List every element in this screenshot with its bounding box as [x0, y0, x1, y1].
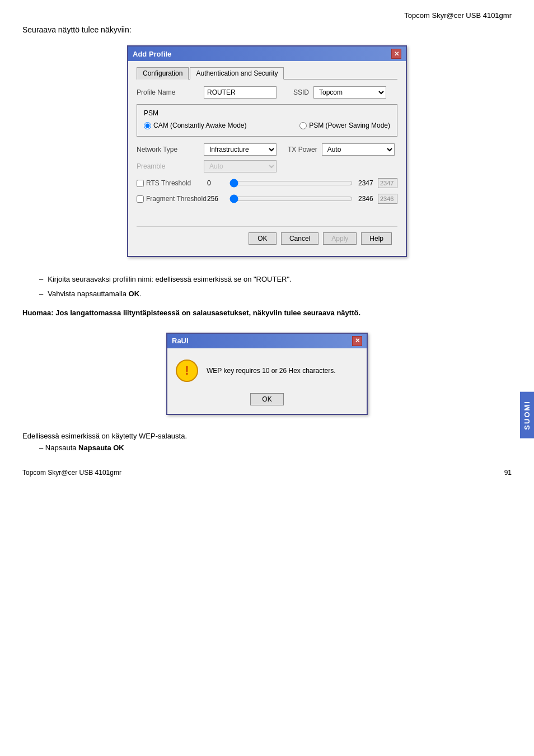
raui-title: RaUI — [172, 337, 189, 345]
ok-button[interactable]: OK — [249, 232, 277, 245]
footer-left: Topcom Skyr@cer USB 4101gmr — [22, 469, 121, 477]
rts-checkbox[interactable] — [137, 180, 144, 187]
raui-body: ! WEP key requires 10 or 26 Hex characte… — [167, 348, 367, 390]
bullet-list: – Kirjoita seuraavaksi profiilin nimi: e… — [39, 274, 512, 299]
bottom-ok-bold: Napsauta OK — [78, 444, 124, 452]
dialog-title: Add Profile — [133, 50, 171, 58]
footer-right: 91 — [504, 469, 512, 477]
dialog-body: Configuration Authentication and Securit… — [128, 61, 406, 256]
add-profile-dialog: Add Profile ✕ Configuration Authenticati… — [127, 45, 407, 257]
rts-slider[interactable] — [229, 179, 353, 188]
note-text: Huomaa: Jos langattomassa liityntäpistee… — [22, 307, 512, 319]
cam-option[interactable]: CAM (Constantly Awake Mode) — [144, 122, 247, 129]
psm-label: PSM (Power Saving Mode) — [309, 122, 390, 129]
bottom-text: Edellisessä esimerkissä on käytetty WEP-… — [22, 432, 512, 440]
add-profile-dialog-container: Add Profile ✕ Configuration Authenticati… — [22, 45, 512, 257]
apply-button[interactable]: Apply — [323, 232, 357, 245]
cam-radio[interactable] — [144, 122, 151, 129]
ssid-select[interactable]: Topcom — [313, 86, 386, 99]
side-tab: SUOMI — [520, 392, 534, 438]
rts-threshold-row: RTS Threshold 0 2347 — [137, 178, 397, 188]
psm-title: PSM — [144, 109, 390, 117]
bullet-item-1: – Kirjoita seuraavaksi profiilin nimi: e… — [39, 274, 512, 285]
network-type-row: Network Type Infrastructure TX Power Aut… — [137, 143, 397, 156]
rts-min-val: 0 — [207, 179, 227, 187]
fragment-label: Fragment Threshold — [146, 195, 207, 203]
profile-name-row: Profile Name SSID Topcom — [137, 86, 397, 99]
raui-dialog-container: RaUI ✕ ! WEP key requires 10 or 26 Hex c… — [22, 333, 512, 415]
tx-power-select[interactable]: Auto — [322, 143, 395, 156]
raui-titlebar: RaUI ✕ — [167, 334, 367, 348]
raui-dialog: RaUI ✕ ! WEP key requires 10 or 26 Hex c… — [166, 333, 368, 415]
fragment-label-container: Fragment Threshold — [137, 195, 207, 203]
preamble-select[interactable]: Auto — [204, 160, 277, 172]
header-title: Topcom Skyr@cer USB 4101gmr — [22, 11, 512, 20]
rts-max-label: 2347 — [358, 179, 375, 187]
cam-label: CAM (Constantly Awake Mode) — [153, 122, 247, 129]
fragment-threshold-row: Fragment Threshold 256 2346 — [137, 194, 397, 204]
network-type-select[interactable]: Infrastructure — [204, 143, 277, 156]
dialog-titlebar: Add Profile ✕ — [128, 46, 406, 61]
psm-options: CAM (Constantly Awake Mode) PSM (Power S… — [144, 122, 390, 129]
cancel-button[interactable]: Cancel — [281, 232, 318, 245]
fragment-checkbox[interactable] — [137, 195, 144, 203]
fragment-max-label: 2346 — [358, 195, 375, 203]
fragment-slider[interactable] — [229, 194, 353, 203]
raui-close-button[interactable]: ✕ — [352, 336, 362, 346]
bullet-text-1: Kirjoita seuraavaksi profiilin nimi: ede… — [48, 274, 292, 285]
dialog-footer: OK Cancel Apply Help — [137, 226, 397, 248]
psm-group: PSM CAM (Constantly Awake Mode) PSM (Pow… — [137, 104, 397, 137]
preamble-label: Preamble — [137, 162, 204, 170]
tx-power-label: TX Power — [288, 146, 317, 153]
dash-1: – — [39, 274, 43, 285]
psm-option[interactable]: PSM (Power Saving Mode) — [299, 122, 390, 129]
raui-message: WEP key requires 10 or 26 Hex characters… — [207, 366, 336, 376]
bullet-item-2: – Vahvista napsauttamalla OK. — [39, 288, 512, 300]
preamble-row: Preamble Auto — [137, 160, 397, 172]
dash-2: – — [39, 288, 43, 300]
page-footer: Topcom Skyr@cer USB 4101gmr 91 — [22, 469, 512, 477]
intro-text: Seuraava näyttö tulee näkyviin: — [22, 25, 512, 34]
rts-label-container: RTS Threshold — [137, 179, 207, 187]
rts-max-input[interactable] — [378, 178, 397, 188]
warning-icon: ! — [176, 360, 198, 382]
fragment-slider-container: 256 2346 — [207, 194, 397, 204]
rts-label: RTS Threshold — [146, 179, 191, 187]
profile-name-input[interactable] — [204, 86, 277, 99]
network-type-label: Network Type — [137, 146, 204, 153]
psm-radio[interactable] — [299, 122, 307, 129]
profile-name-label: Profile Name — [137, 88, 204, 96]
tab-bar: Configuration Authentication and Securit… — [137, 67, 397, 80]
fragment-min-val: 256 — [207, 195, 227, 203]
fragment-max-input[interactable] — [378, 194, 397, 204]
help-button[interactable]: Help — [361, 232, 392, 245]
bottom-bullet: – Napsauta Napsauta OK — [39, 444, 512, 452]
tab-authentication-security[interactable]: Authentication and Security — [190, 67, 284, 80]
ssid-label: SSID — [293, 88, 309, 96]
bullet-text-2: Vahvista napsauttamalla OK. — [48, 288, 141, 300]
raui-footer: OK — [167, 390, 367, 414]
tab-configuration[interactable]: Configuration — [137, 67, 189, 80]
rts-slider-container: 0 2347 — [207, 178, 397, 188]
dialog-close-button[interactable]: ✕ — [391, 49, 401, 59]
raui-ok-button[interactable]: OK — [250, 393, 284, 405]
